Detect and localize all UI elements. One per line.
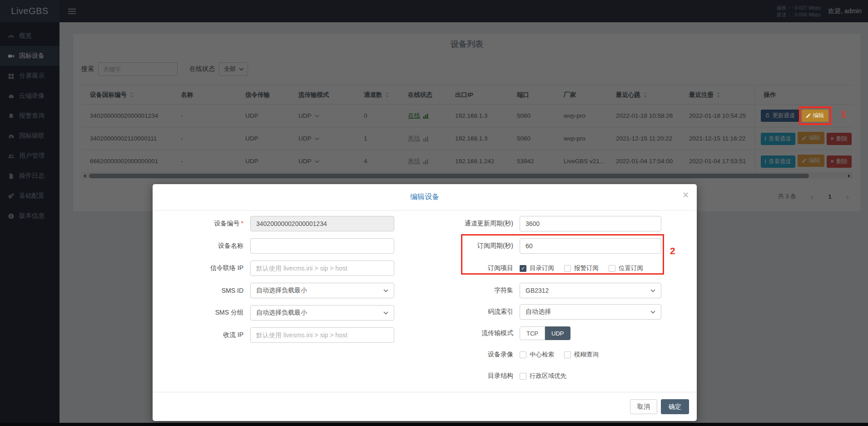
form-row-sms-group: SMS 分组自动选择负载最小 xyxy=(171,305,432,321)
selected-value: 自动选择负载最小 xyxy=(256,286,307,295)
close-icon[interactable]: × xyxy=(683,190,689,200)
form-row-stream-index: 码流索引自动选择 xyxy=(432,304,677,320)
checkbox-行政区域优先[interactable]: 行政区域优先 xyxy=(520,372,566,380)
unchecked-checkbox-icon[interactable] xyxy=(609,265,615,272)
modal-footer: 取消 确定 xyxy=(153,392,697,421)
checkbox-目录订阅[interactable]: ✓目录订阅 xyxy=(520,264,554,272)
form-control xyxy=(520,216,661,231)
modal-title: 编辑设备 xyxy=(410,192,439,202)
form-label: 订阅周期(秒) xyxy=(432,242,513,250)
confirm-button[interactable]: 确定 xyxy=(661,399,689,414)
form-label: 设备名称 xyxy=(171,242,243,250)
sms-group-select[interactable]: 自动选择负载最小 xyxy=(250,305,394,321)
form-control xyxy=(250,216,394,231)
edit-button[interactable]: 编辑 xyxy=(802,110,828,122)
form-label: 收流 IP xyxy=(171,331,243,339)
form-label: 信令联络 IP xyxy=(171,264,243,272)
cancel-button[interactable]: 取消 xyxy=(630,399,657,414)
modal-left-column: 设备编号*设备名称信令联络 IPSMS ID自动选择负载最小SMS 分组自动选择… xyxy=(171,216,432,390)
form-label: 订阅项目 xyxy=(432,264,513,272)
checkbox-label: 行政区域优先 xyxy=(530,372,566,380)
unchecked-checkbox-icon[interactable] xyxy=(564,351,571,358)
form-control: 自动选择负载最小 xyxy=(250,283,394,298)
selected-value: 自动选择 xyxy=(526,308,551,316)
form-label: 设备编号* xyxy=(171,220,243,228)
checkbox-label: 报警订阅 xyxy=(574,264,599,272)
form-row-device-record: 设备录像中心检索模糊查询 xyxy=(432,347,677,362)
form-label: 设备录像 xyxy=(432,351,513,359)
form-row-device-id: 设备编号* xyxy=(171,216,432,231)
form-label: 流传输模式 xyxy=(432,329,513,337)
form-control: 中心检索模糊查询 xyxy=(520,351,661,359)
checked-checkbox-icon[interactable]: ✓ xyxy=(520,265,526,272)
modal-header: 编辑设备 × xyxy=(153,184,697,210)
checkbox-报警订阅[interactable]: 报警订阅 xyxy=(564,264,599,272)
chevron-down-icon xyxy=(383,289,388,292)
checkbox-label: 中心检索 xyxy=(530,351,554,359)
form-label: SMS 分组 xyxy=(171,309,243,317)
form-control: ✓目录订阅报警订阅位置订阅 xyxy=(520,264,661,272)
channel-update-period-field[interactable] xyxy=(520,216,661,231)
device-id-field[interactable] xyxy=(250,216,394,231)
form-label: 码流索引 xyxy=(432,308,513,316)
toggle-option-TCP[interactable]: TCP xyxy=(520,326,545,340)
form-control: 自动选择 xyxy=(520,304,661,320)
form-control xyxy=(250,261,394,276)
form-control xyxy=(250,327,394,343)
stream-receive-ip-field[interactable] xyxy=(250,327,394,343)
selected-value: GB2312 xyxy=(526,287,549,294)
checkbox-label: 模糊查询 xyxy=(574,351,599,359)
unchecked-checkbox-icon[interactable] xyxy=(564,265,571,272)
charset-select[interactable]: GB2312 xyxy=(520,283,661,298)
form-label: 目录结构 xyxy=(432,372,513,380)
modal-body: 设备编号*设备名称信令联络 IPSMS ID自动选择负载最小SMS 分组自动选择… xyxy=(153,210,697,390)
chevron-down-icon xyxy=(650,311,655,314)
form-row-subscribe-period: 订阅周期(秒) xyxy=(432,238,677,254)
form-row-sms-id: SMS ID自动选择负载最小 xyxy=(171,283,432,298)
form-row-stream-transport-mode: 流传输模式TCPUDP xyxy=(432,326,677,341)
annotation-box-1: 编辑1 xyxy=(802,110,828,122)
checkbox-中心检索[interactable]: 中心检索 xyxy=(520,351,554,359)
checkbox-label: 目录订阅 xyxy=(530,264,554,272)
form-control: 行政区域优先 xyxy=(520,372,661,380)
modal-right-column: 通道更新周期(秒)订阅周期(秒)订阅项目✓目录订阅报警订阅位置订阅字符集GB23… xyxy=(432,216,677,390)
checkbox-label: 位置订阅 xyxy=(619,264,643,272)
form-row-subscribe-items: 订阅项目✓目录订阅报警订阅位置订阅 xyxy=(432,261,677,276)
form-control xyxy=(520,238,661,254)
form-label: 字符集 xyxy=(432,286,513,295)
annotation-number-1: 1 xyxy=(841,109,847,120)
selected-value: 自动选择负载最小 xyxy=(256,309,307,317)
form-row-device-name: 设备名称 xyxy=(171,238,432,254)
form-row-signal-contact-ip: 信令联络 IP xyxy=(171,261,432,276)
sms-id-select[interactable]: 自动选择负载最小 xyxy=(250,283,394,298)
form-control: 自动选择负载最小 xyxy=(250,305,394,321)
device-name-field[interactable] xyxy=(250,238,394,254)
edit-device-modal: 编辑设备 × 设备编号*设备名称信令联络 IPSMS ID自动选择负载最小SMS… xyxy=(153,184,697,421)
form-control xyxy=(250,238,394,254)
form-control: GB2312 xyxy=(520,283,661,298)
signal-contact-ip-field[interactable] xyxy=(250,261,394,276)
form-control: TCPUDP xyxy=(520,326,661,340)
form-row-charset: 字符集GB2312 xyxy=(432,283,677,298)
edit-pencil-icon xyxy=(806,113,811,118)
form-label: 通道更新周期(秒) xyxy=(432,220,513,228)
form-row-channel-update-period: 通道更新周期(秒) xyxy=(432,216,677,231)
chevron-down-icon xyxy=(650,289,655,292)
chevron-down-icon xyxy=(383,311,388,315)
checkbox-位置订阅[interactable]: 位置订阅 xyxy=(609,264,643,272)
toggle-option-UDP[interactable]: UDP xyxy=(545,326,570,340)
stream-index-select[interactable]: 自动选择 xyxy=(520,304,661,320)
unchecked-checkbox-icon[interactable] xyxy=(520,373,526,380)
form-label: SMS ID xyxy=(171,287,243,294)
required-asterisk: * xyxy=(241,220,243,227)
form-row-catalog-structure: 目录结构行政区域优先 xyxy=(432,368,677,384)
stream-transport-mode-toggle: TCPUDP xyxy=(520,326,570,340)
subscribe-period-field[interactable] xyxy=(520,238,661,254)
unchecked-checkbox-icon[interactable] xyxy=(520,351,526,358)
checkbox-模糊查询[interactable]: 模糊查询 xyxy=(564,351,599,359)
form-row-stream-receive-ip: 收流 IP xyxy=(171,327,432,343)
